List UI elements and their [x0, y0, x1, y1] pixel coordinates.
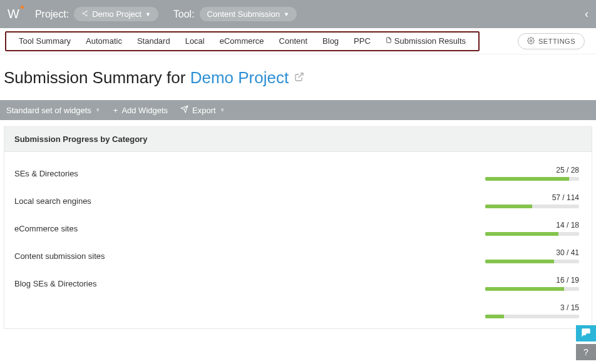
caret-down-icon: ▼ — [95, 107, 101, 113]
progress-row-count: 14 / 18 — [556, 221, 579, 230]
floating-buttons: ? — [576, 325, 596, 360]
subnav-tab[interactable]: Standard — [130, 33, 178, 49]
progress-row-count: 16 / 19 — [556, 276, 579, 285]
tool-field-label: Tool: — [173, 9, 195, 20]
svg-point-5 — [530, 39, 532, 41]
progress-row-meter: 3 / 15 — [340, 303, 582, 318]
progress-bar-track — [485, 287, 579, 291]
progress-row: SEs & Directories25 / 28 — [14, 159, 582, 187]
widget-toolbar: Standard set of widgets ▼ + Add Widgets … — [0, 100, 596, 120]
progress-row-label: Content submission sites — [14, 251, 340, 261]
progress-row: Content submission sites30 / 41 — [14, 242, 582, 270]
share-icon — [81, 10, 88, 18]
subnav-tab-label: Standard — [137, 36, 170, 46]
progress-bar-track — [485, 177, 579, 181]
chat-button[interactable] — [576, 325, 596, 341]
chat-icon — [581, 328, 591, 340]
progress-row: 3 / 15 — [14, 297, 582, 325]
tool-selector-value: Content Submission — [207, 9, 280, 19]
progress-bar-fill — [485, 232, 558, 236]
progress-row-count: 30 / 41 — [556, 248, 579, 257]
subnav-tab[interactable]: Submission Results — [378, 33, 473, 49]
subnav-tab[interactable]: Local — [178, 33, 212, 49]
progress-bar-fill — [485, 260, 554, 263]
progress-row: Local search engines57 / 114 — [14, 187, 582, 215]
progress-row-label: SEs & Directories — [14, 169, 340, 178]
progress-row-meter: 25 / 28 — [340, 166, 582, 181]
subnav-tab-label: Tool Summary — [19, 36, 71, 46]
export-dropdown[interactable]: Export ▼ — [180, 105, 225, 115]
subnav-tab[interactable]: eCommerce — [212, 33, 272, 49]
settings-button-label: SETTINGS — [538, 38, 575, 45]
page-title: Submission Summary for Demo Project — [0, 54, 596, 100]
svg-line-4 — [84, 14, 86, 15]
caret-down-icon: ▼ — [220, 107, 225, 113]
progress-row: Blog SEs & Directories16 / 19 — [14, 270, 582, 297]
widget-set-dropdown[interactable]: Standard set of widgets ▼ — [6, 106, 101, 115]
progress-row-meter: 16 / 19 — [340, 276, 582, 291]
progress-row-label: Local search engines — [14, 196, 340, 206]
widget-set-label: Standard set of widgets — [6, 106, 91, 115]
progress-bar-fill — [485, 287, 564, 291]
progress-row-meter: 57 / 114 — [340, 193, 582, 208]
svg-point-0 — [86, 11, 87, 12]
subnav-tab[interactable]: Blog — [315, 33, 346, 49]
subnav-tab-label: PPC — [354, 36, 371, 46]
send-icon — [180, 105, 188, 115]
subnav-tabs: Tool SummaryAutomaticStandardLocaleComme… — [5, 31, 480, 51]
caret-down-icon: ▼ — [145, 11, 151, 18]
progress-bar-track — [485, 315, 579, 318]
subnav-tab-label: Local — [185, 36, 205, 46]
card-body: SEs & Directories25 / 28Local search eng… — [4, 152, 592, 328]
gear-icon — [527, 37, 535, 46]
collapse-panel-button[interactable]: ‹ — [585, 8, 588, 21]
plus-icon: + — [113, 106, 118, 115]
logo-accent-dot — [21, 6, 24, 9]
progress-bar-fill — [485, 315, 504, 318]
subnav-tab-label: Content — [279, 36, 308, 46]
subnav-tab[interactable]: Tool Summary — [11, 33, 78, 49]
progress-row-label: Blog SEs & Directories — [14, 279, 340, 288]
progress-bar-track — [485, 260, 579, 263]
subnav-tab[interactable]: Automatic — [78, 33, 130, 49]
svg-line-3 — [84, 12, 86, 13]
progress-row-meter: 30 / 41 — [340, 248, 582, 263]
settings-button[interactable]: SETTINGS — [518, 33, 585, 49]
subnav-tab[interactable]: Content — [272, 33, 316, 49]
document-icon — [386, 38, 392, 45]
subnav-tab[interactable]: PPC — [346, 33, 378, 49]
svg-line-6 — [299, 73, 303, 78]
question-icon: ? — [583, 347, 588, 357]
subnav-tab-label: Submission Results — [394, 36, 466, 46]
add-widgets-button[interactable]: + Add Widgets — [113, 106, 168, 115]
top-header: W Project: Demo Project ▼ Tool: Content … — [0, 0, 596, 28]
project-link[interactable]: Demo Project — [190, 68, 289, 87]
external-link-icon[interactable] — [294, 73, 304, 84]
subnav-tab-label: eCommerce — [220, 36, 264, 46]
project-field-label: Project: — [35, 9, 69, 20]
help-button[interactable]: ? — [576, 344, 596, 360]
page-title-prefix: Submission Summary for — [4, 68, 190, 87]
progress-bar-track — [485, 232, 579, 236]
svg-point-2 — [86, 15, 87, 16]
progress-row-meter: 14 / 18 — [340, 221, 582, 236]
progress-bar-fill — [485, 205, 532, 208]
export-label: Export — [192, 106, 216, 115]
caret-down-icon: ▼ — [284, 11, 289, 18]
card-header: Submission Progress by Category — [4, 127, 592, 152]
subnav-tab-label: Automatic — [86, 36, 122, 46]
add-widgets-label: Add Widgets — [121, 106, 168, 115]
subnav-bar: Tool SummaryAutomaticStandardLocaleComme… — [0, 28, 596, 54]
progress-row-count: 25 / 28 — [556, 166, 579, 174]
tool-selector[interactable]: Content Submission ▼ — [200, 7, 297, 21]
progress-card: Submission Progress by Category SEs & Di… — [4, 126, 592, 329]
progress-row: eCommerce sites14 / 18 — [14, 215, 582, 242]
app-logo: W — [8, 7, 20, 21]
progress-row-label: eCommerce sites — [14, 224, 340, 233]
project-selector[interactable]: Demo Project ▼ — [74, 7, 158, 21]
project-selector-value: Demo Project — [92, 9, 141, 19]
subnav-tab-label: Blog — [322, 36, 339, 46]
progress-bar-track — [485, 205, 579, 208]
progress-row-count: 3 / 15 — [560, 303, 579, 312]
progress-row-count: 57 / 114 — [552, 193, 579, 202]
